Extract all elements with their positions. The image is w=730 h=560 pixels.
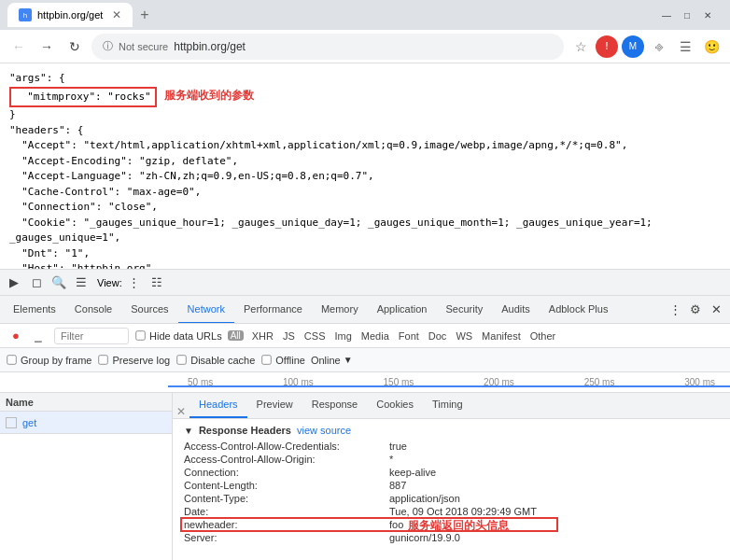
filter-input[interactable]	[54, 328, 129, 344]
tab-favicon: h	[19, 8, 32, 21]
more-tools-button[interactable]: ⋮	[665, 300, 685, 320]
tab-close-button[interactable]: ✕	[112, 8, 121, 21]
json-accept: "Accept": "text/html,application/xhtml+x…	[9, 138, 721, 154]
header-name: Content-Type:	[184, 493, 389, 504]
tab-elements[interactable]: Elements	[4, 296, 65, 324]
type-other[interactable]: Other	[527, 330, 559, 342]
type-js[interactable]: JS	[280, 330, 298, 342]
url-text: httpbin.org/get	[174, 40, 246, 53]
json-line-1: "args": {	[9, 71, 721, 87]
new-tab-button[interactable]: +	[133, 3, 156, 27]
title-bar: h httpbin.org/get ✕ + — □ ✕	[0, 0, 730, 30]
type-ws[interactable]: WS	[453, 330, 475, 342]
dock-settings-button[interactable]: ⚙	[685, 300, 706, 320]
tab-application[interactable]: Application	[368, 296, 437, 324]
header-name: Content-Length:	[184, 480, 389, 491]
type-doc[interactable]: Doc	[426, 330, 450, 342]
json-host: "Host": "httpbin.org",	[9, 261, 721, 269]
json-accept-encoding: "Accept-Encoding": "gzip, deflate",	[9, 154, 721, 170]
tab-preview[interactable]: Preview	[247, 393, 302, 418]
args-annotation: 服务端收到的参数	[164, 87, 254, 104]
tab-headers[interactable]: Headers	[190, 393, 247, 418]
header-row-acac: Access-Control-Allow-Credentials: true	[184, 440, 719, 453]
devtools-panel: ▶ ◻ 🔍 ☰ View: ⋮ ☷ Elements Console Sourc…	[0, 269, 730, 560]
name-column-header: Name	[6, 397, 34, 408]
bookmark-icon[interactable]: ☆	[569, 35, 592, 58]
json-cache-control: "Cache-Control": "max-age=0",	[9, 185, 721, 201]
type-media[interactable]: Media	[358, 330, 392, 342]
window-controls: — □ ✕	[659, 7, 715, 22]
hide-data-urls-checkbox[interactable]: Hide data URLs	[134, 329, 222, 342]
forward-button[interactable]: →	[35, 35, 58, 58]
header-row-connection: Connection: keep-alive	[184, 466, 719, 479]
not-secure-label: Not secure	[119, 41, 168, 52]
extensions-icon[interactable]: !	[596, 35, 618, 58]
header-name: newheader:	[184, 519, 389, 530]
toggle-icon[interactable]: ▼	[184, 426, 193, 436]
close-devtools-button[interactable]: ✕	[706, 300, 726, 320]
type-font[interactable]: Font	[396, 330, 422, 342]
filter-button[interactable]: ☰	[71, 273, 91, 293]
clear-button[interactable]: ⎯	[28, 326, 49, 346]
group-button[interactable]: ☷	[147, 273, 167, 293]
record-button[interactable]: ●	[6, 326, 26, 346]
disable-cache-checkbox[interactable]: Disable cache	[175, 354, 255, 366]
tab-memory[interactable]: Memory	[312, 296, 368, 324]
tab-sources[interactable]: Sources	[121, 296, 177, 324]
header-row-content-type: Content-Type: application/json	[184, 492, 719, 505]
preserve-log-checkbox[interactable]: Preserve log	[97, 354, 170, 366]
json-line-4: "headers": {	[9, 123, 721, 139]
header-row-server: Server: gunicorn/19.9.0	[184, 531, 719, 544]
section-title: ▼ Response Headers view source	[184, 425, 719, 436]
back-button[interactable]: ←	[7, 35, 30, 58]
list-view-button[interactable]: ⋮	[124, 273, 145, 293]
tab-adblock-plus[interactable]: Adblock Plus	[540, 296, 618, 324]
detail-panel: ✕ Headers Preview Response Cookies Timin…	[173, 393, 730, 560]
search-button[interactable]: 🔍	[49, 273, 69, 293]
tab-console[interactable]: Console	[65, 296, 121, 324]
type-img[interactable]: Img	[331, 330, 354, 342]
tab-security[interactable]: Security	[436, 296, 492, 324]
close-detail-button[interactable]: ✕	[176, 405, 186, 418]
network-list: Name get	[0, 393, 173, 560]
profile-icon[interactable]: M	[622, 35, 644, 58]
all-badge[interactable]: All	[228, 330, 244, 341]
tab-audits[interactable]: Audits	[492, 296, 540, 324]
settings-icon[interactable]: ☰	[674, 35, 696, 58]
header-value: true	[389, 441, 407, 452]
url-bar[interactable]: ⓘ Not secure httpbin.org/get	[91, 34, 564, 60]
type-xhr[interactable]: XHR	[249, 330, 276, 342]
minimize-button[interactable]: —	[659, 7, 674, 22]
browser-tab[interactable]: h httpbin.org/get ✕	[7, 3, 133, 27]
device-toolbar-button[interactable]: ◻	[26, 273, 47, 293]
maximize-button[interactable]: □	[680, 7, 695, 22]
inspect-element-button[interactable]: ▶	[4, 273, 24, 293]
close-button[interactable]: ✕	[700, 7, 715, 22]
group-by-frame-checkbox[interactable]: Group by frame	[6, 354, 91, 366]
tab-cookies[interactable]: Cookies	[367, 393, 423, 418]
header-name: Date:	[184, 506, 389, 517]
item-checkbox[interactable]	[6, 417, 17, 428]
tab-performance[interactable]: Performance	[234, 296, 312, 324]
view-source-link[interactable]: view source	[297, 425, 351, 436]
list-item[interactable]: get	[0, 412, 172, 434]
header-value: application/json	[389, 493, 460, 504]
tab-timing[interactable]: Timing	[423, 393, 472, 418]
refresh-button[interactable]: ↻	[63, 35, 86, 58]
timeline-bar: 50 ms 100 ms 150 ms 200 ms 250 ms 300 ms	[0, 372, 730, 393]
record-controls: ● ⎯	[6, 326, 49, 346]
cast-icon[interactable]: ⎆	[648, 35, 670, 58]
header-name: Server:	[184, 532, 389, 543]
page-content: "args": { "mitmproxy": "rocks" 服务端收到的参数 …	[0, 63, 730, 269]
toolbar-icons: ☆ ! M ⎆ ☰ 🙂	[569, 35, 723, 58]
smiley-icon[interactable]: 🙂	[700, 35, 723, 58]
type-css[interactable]: CSS	[302, 330, 329, 342]
tab-response[interactable]: Response	[302, 393, 368, 418]
tab-network[interactable]: Network	[178, 296, 234, 324]
offline-checkbox[interactable]: Offline	[260, 354, 305, 366]
header-name: Access-Control-Allow-Credentials:	[184, 441, 389, 452]
response-headers-section: ▼ Response Headers view source Access-Co…	[173, 419, 730, 550]
type-manifest[interactable]: Manifest	[479, 330, 524, 342]
online-select[interactable]: Online ▼	[311, 355, 353, 366]
json-args-box: "mitmproxy": "rocks" 服务端收到的参数	[9, 87, 157, 108]
